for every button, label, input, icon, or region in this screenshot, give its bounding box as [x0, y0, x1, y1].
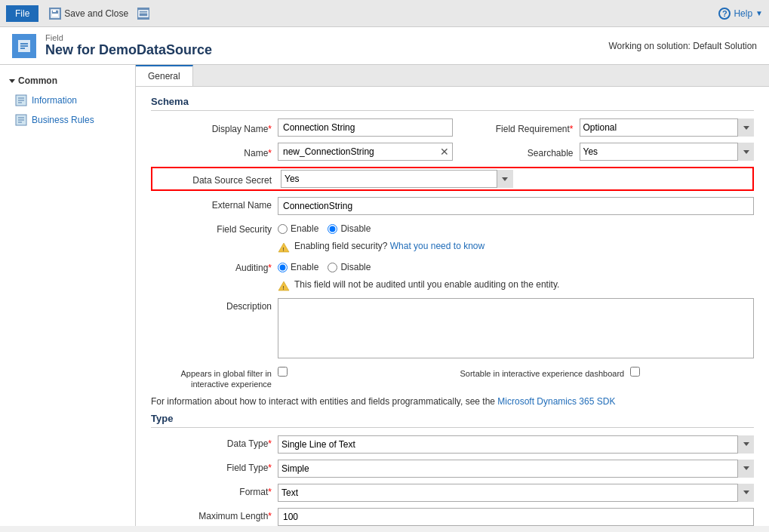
data-source-secret-control: Yes No: [281, 170, 513, 188]
field-type-row: Field Type* Simple Calculated Rollup: [151, 460, 754, 478]
field-security-warning-text: Enabling field security? What you need t…: [294, 241, 484, 251]
searchable-label: Searchable: [453, 145, 574, 158]
field-security-row: Field Security Enable Disable: [151, 221, 754, 235]
searchable-col: Searchable Yes No: [453, 143, 755, 161]
file-button[interactable]: File: [6, 5, 38, 22]
help-chevron-icon: ▼: [755, 9, 763, 17]
display-name-required: *: [268, 124, 272, 134]
field-type-required: *: [268, 463, 272, 473]
field-security-warning-link[interactable]: What you need to know: [390, 241, 484, 251]
external-name-control: [278, 197, 754, 215]
display-name-label: Display Name*: [151, 121, 272, 134]
auditing-enable-label[interactable]: Enable: [278, 262, 318, 272]
external-name-row: External Name: [151, 197, 754, 215]
auditing-warning-text: This field will not be audited until you…: [294, 279, 559, 290]
tab-general[interactable]: General: [136, 65, 193, 86]
field-type-label: Field Type*: [151, 460, 272, 473]
max-length-input[interactable]: [278, 508, 754, 526]
auditing-radio-group: Enable Disable: [278, 260, 754, 272]
max-length-row: Maximum Length*: [151, 508, 754, 526]
checkboxes-row: Appears in global filter in interactive …: [151, 367, 754, 390]
field-security-disable-radio[interactable]: [328, 224, 337, 234]
sdk-link[interactable]: Microsoft Dynamics 365 SDK: [497, 396, 615, 407]
help-label: Help: [734, 8, 752, 19]
display-name-control: [278, 118, 453, 137]
name-row: Name* ✕ Searchable: [151, 143, 754, 161]
display-name-col: Display Name*: [151, 118, 453, 137]
global-filter-checkbox[interactable]: [278, 367, 288, 377]
data-source-secret-select[interactable]: Yes No: [281, 170, 513, 188]
auditing-warning-row: ! This field will not be audited until y…: [278, 279, 754, 292]
sidebar-item-information[interactable]: Information: [0, 91, 135, 110]
format-control: Text Email URL Phone: [278, 484, 754, 502]
field-security-enable-radio[interactable]: [278, 224, 288, 234]
name-clear-button[interactable]: ✕: [437, 143, 452, 160]
information-icon: [15, 94, 27, 106]
auditing-disable-label[interactable]: Disable: [328, 262, 371, 272]
format-label: Format*: [151, 484, 272, 497]
auditing-enable-radio[interactable]: [278, 263, 288, 272]
field-security-label: Field Security: [151, 221, 272, 235]
sidebar-section-common: Common: [0, 71, 135, 91]
svg-text:!: !: [282, 246, 284, 253]
format-select[interactable]: Text Email URL Phone: [278, 484, 754, 502]
auditing-enable-text: Enable: [291, 262, 318, 272]
external-name-label: External Name: [151, 197, 272, 211]
field-security-enable-label[interactable]: Enable: [278, 223, 318, 234]
save-close-label: Save and Close: [64, 8, 128, 19]
field-requirement-col: Field Requirement* Optional Required Rec…: [453, 118, 755, 137]
external-name-input[interactable]: [278, 197, 754, 215]
sidebar-collapse-icon: [9, 79, 15, 83]
help-button[interactable]: ? Help ▼: [718, 8, 763, 20]
warning-auditing-icon: !: [278, 280, 290, 292]
field-requirement-select[interactable]: Optional Required Recommended: [580, 118, 755, 137]
name-col: Name* ✕: [151, 143, 453, 161]
auditing-label: Auditing*: [151, 260, 272, 273]
toolbar: File Save and Close ? Help ▼: [0, 0, 769, 27]
data-source-secret-row: Data Source Secret Yes No: [151, 167, 754, 191]
auditing-control: Enable Disable: [278, 260, 754, 272]
page-title: New for DemoDataSource: [45, 42, 212, 58]
extra-toolbar-button[interactable]: [133, 5, 154, 22]
field-security-disable-label[interactable]: Disable: [328, 223, 371, 234]
sdk-info-text: For information about how to interact wi…: [151, 396, 754, 407]
save-close-icon: [49, 8, 61, 20]
description-textarea[interactable]: [278, 298, 754, 358]
field-label: Field: [45, 33, 212, 42]
save-close-button[interactable]: Save and Close: [45, 5, 133, 22]
name-input[interactable]: [278, 143, 437, 160]
format-row: Format* Text Email URL Phone: [151, 484, 754, 502]
name-label: Name*: [151, 145, 272, 158]
type-section-header: Type: [151, 413, 754, 428]
auditing-required: *: [268, 263, 272, 273]
display-name-row: Display Name* Field Requirement* Optiona…: [151, 118, 754, 137]
field-security-radio-group: Enable Disable: [278, 221, 754, 234]
field-security-disable-text: Disable: [340, 223, 371, 234]
sortable-checkbox[interactable]: [630, 367, 640, 377]
format-required: *: [268, 487, 272, 497]
data-type-select[interactable]: Single Line of Text Multiple Lines of Te…: [278, 435, 754, 454]
tab-bar: General: [136, 65, 769, 87]
extra-icon: [137, 8, 149, 20]
sortable-col: Sortable in interactive experience dashb…: [445, 367, 755, 379]
svg-rect-3: [139, 11, 148, 17]
auditing-row: Auditing* Enable Disable: [151, 260, 754, 273]
description-control: [278, 298, 754, 361]
field-type-select[interactable]: Simple Calculated Rollup: [278, 460, 754, 478]
svg-rect-1: [53, 10, 56, 12]
searchable-select[interactable]: Yes No: [580, 143, 755, 161]
field-requirement-label: Field Requirement*: [453, 121, 574, 134]
business-rules-label: Business Rules: [32, 115, 94, 125]
svg-rect-2: [52, 14, 58, 17]
name-control: ✕: [278, 143, 453, 161]
display-name-input[interactable]: [278, 118, 453, 137]
auditing-disable-text: Disable: [340, 262, 371, 272]
schema-section-header: Schema: [151, 96, 754, 111]
field-requirement-control: Optional Required Recommended: [580, 118, 755, 137]
sidebar-item-business-rules[interactable]: Business Rules: [0, 110, 135, 130]
form-content: Schema Display Name* Field Requirement*: [136, 87, 769, 526]
name-required: *: [268, 148, 272, 158]
auditing-disable-radio[interactable]: [328, 263, 337, 272]
page-header: Field New for DemoDataSource Working on …: [0, 27, 769, 65]
header-icon: [12, 34, 36, 58]
